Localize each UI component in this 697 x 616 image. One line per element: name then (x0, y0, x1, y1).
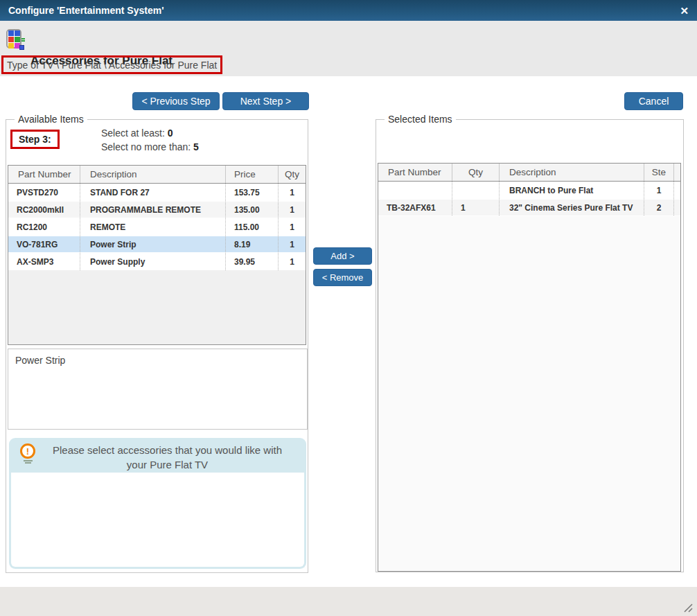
resize-grip-icon[interactable] (683, 603, 694, 613)
next-step-button[interactable]: Next Step > (222, 92, 309, 110)
cell-qty: 1 (452, 200, 499, 215)
column-header-description[interactable]: Description (499, 164, 644, 181)
cell-part-number: VO-781RG (8, 236, 80, 252)
table-row-selected[interactable]: VO-781RG Power Strip 8.19 1 (8, 236, 306, 253)
add-button[interactable]: Add > (313, 247, 372, 265)
dialog-title: Configure 'Entertainment System' (8, 5, 164, 16)
hint-bulb-icon: ! (17, 443, 38, 464)
dialog-title-bar: Configure 'Entertainment System' ✕ (0, 0, 697, 21)
select-no-more-value: 5 (193, 141, 199, 152)
table-row[interactable]: RC1200 REMOTE 115.00 1 (8, 218, 306, 236)
hint-header: ! Please select accessories that you wou… (9, 438, 306, 473)
cell-spacer (673, 200, 680, 215)
cell-price: 8.19 (225, 236, 278, 252)
table-row[interactable]: RC2000mkII PROGRAMMABLE REMOTE 135.00 1 (8, 201, 306, 218)
footer-bar (0, 587, 697, 616)
table-row[interactable]: BRANCH to Pure Flat 1 (378, 182, 680, 199)
table-row[interactable]: AX-SMP3 Power Supply 39.95 1 (8, 253, 306, 270)
cell-price: 115.00 (225, 218, 278, 236)
column-header-qty[interactable]: Qty (452, 164, 499, 181)
hint-box: ! Please select accessories that you wou… (9, 438, 306, 569)
selected-items-panel: Selected Items Part Number Qty Descripti… (376, 119, 684, 572)
selection-constraints: Select at least: 0 Select no more than: … (101, 126, 199, 154)
cell-price: 39.95 (225, 253, 278, 270)
cell-description: PROGRAMMABLE REMOTE (80, 202, 225, 218)
selected-items-legend: Selected Items (385, 114, 456, 125)
column-header-spacer (673, 164, 680, 181)
cell-part-number: RC1200 (8, 218, 80, 236)
cell-spacer (673, 182, 680, 199)
item-description-text: Power Strip (15, 355, 65, 366)
hint-body (9, 473, 306, 569)
selected-items-table[interactable]: Part Number Qty Description Ste BRANCH t… (378, 163, 681, 572)
table-row[interactable]: TB-32AFX61 1 32" Cinema Series Pure Flat… (378, 199, 680, 216)
select-at-least-line: Select at least: 0 (101, 126, 199, 140)
page-header: Accessories for Pure Flat Type of TV \ P… (0, 21, 697, 76)
available-items-table[interactable]: Part Number Description Price Qty PVSTD2… (8, 165, 306, 345)
annotation-step-highlight: Step 3: (10, 130, 60, 149)
cell-qty: 1 (278, 184, 306, 201)
cell-description: REMOTE (80, 218, 225, 236)
cell-description: Power Strip (80, 236, 225, 252)
cell-step: 1 (644, 182, 673, 199)
cell-qty: 1 (278, 202, 306, 218)
item-description-box: Power Strip (8, 349, 308, 430)
annotation-breadcrumb-highlight: Type of TV \ Pure Flat \ Accessories for… (1, 55, 222, 74)
step-label: Step 3: (19, 134, 51, 145)
hint-text: Please select accessories that you would… (42, 438, 306, 472)
close-icon[interactable]: ✕ (680, 6, 689, 16)
breadcrumb: Type of TV \ Pure Flat \ Accessories for… (7, 60, 217, 71)
column-header-step[interactable]: Ste (644, 164, 673, 181)
available-table-header: Part Number Description Price Qty (8, 166, 306, 184)
column-header-part-number[interactable]: Part Number (378, 164, 452, 181)
configurator-dialog: Configure 'Entertainment System' ✕ Acces… (0, 0, 697, 616)
cell-qty: 1 (278, 236, 306, 252)
cell-price: 153.75 (225, 184, 278, 201)
cell-description: BRANCH to Pure Flat (499, 182, 644, 199)
cell-description: 32" Cinema Series Pure Flat TV (499, 200, 644, 215)
cell-part-number: PVSTD270 (8, 184, 80, 201)
column-header-qty[interactable]: Qty (278, 166, 306, 183)
cell-part-number: TB-32AFX61 (378, 200, 452, 215)
cell-part-number: AX-SMP3 (8, 253, 80, 270)
available-items-legend: Available Items (15, 114, 87, 125)
table-row[interactable]: PVSTD270 STAND FOR 27 153.75 1 (8, 184, 306, 201)
cell-qty: 1 (278, 218, 306, 236)
select-no-more-line: Select no more than: 5 (101, 140, 199, 154)
previous-step-button[interactable]: < Previous Step (132, 92, 220, 110)
cell-step: 2 (644, 200, 673, 215)
cancel-button[interactable]: Cancel (624, 92, 683, 110)
cell-part-number (378, 182, 452, 199)
selected-table-header: Part Number Qty Description Ste (378, 164, 680, 182)
column-header-price[interactable]: Price (225, 166, 278, 183)
cell-price: 135.00 (225, 202, 278, 218)
select-at-least-value: 0 (168, 127, 173, 139)
column-header-part-number[interactable]: Part Number (8, 166, 80, 183)
cell-qty (452, 182, 499, 199)
remove-button[interactable]: < Remove (313, 269, 372, 286)
column-header-description[interactable]: Description (80, 166, 225, 183)
cell-qty: 1 (278, 253, 306, 270)
configurator-grid-icon (6, 28, 24, 51)
available-items-panel: Available Items Step 3: Select at least:… (6, 119, 308, 573)
cell-part-number: RC2000mkII (8, 202, 80, 218)
cell-description: Power Supply (80, 253, 225, 270)
cell-description: STAND FOR 27 (80, 184, 225, 201)
